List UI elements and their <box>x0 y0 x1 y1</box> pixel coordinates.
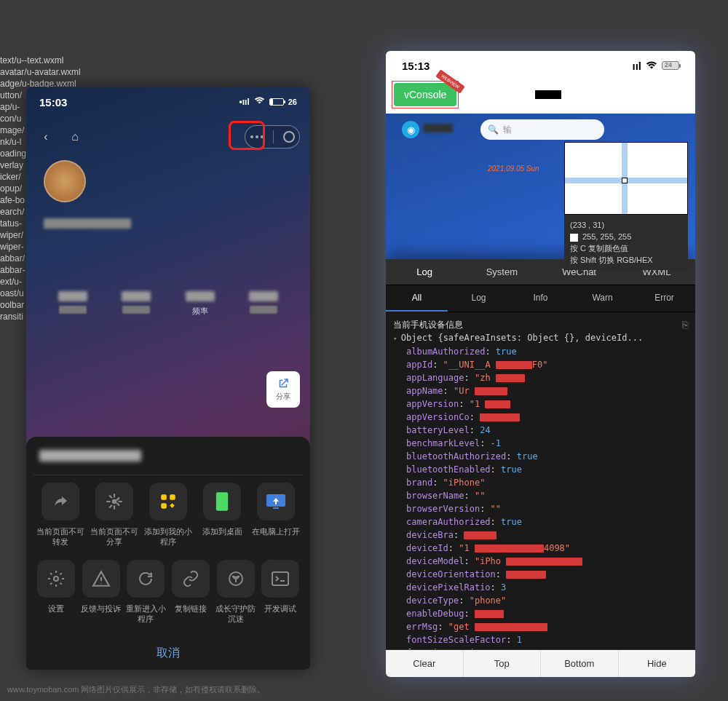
action-feedback[interactable]: 反馈与投诉 <box>80 560 122 624</box>
subtab-all[interactable]: All <box>386 285 448 312</box>
log-prop: browserName: "" <box>393 489 688 502</box>
vconsole-button-wrap: vConsole WEBVIEW <box>392 81 459 108</box>
action-open-pc[interactable]: 在电脑上打开 <box>250 483 301 547</box>
search-icon: 🔍 <box>488 124 499 135</box>
share-icon <box>41 483 79 520</box>
log-prop: enableDebug: <box>393 607 688 620</box>
svg-rect-9 <box>272 572 288 585</box>
log-prop: deviceModel: "iPho <box>393 555 688 568</box>
vconsole-button[interactable]: vConsole <box>394 83 456 106</box>
svg-rect-3 <box>161 503 167 509</box>
sheet-title-blur <box>39 450 141 462</box>
log-prop: browserVersion: "" <box>393 502 688 515</box>
subtab-warn[interactable]: Warn <box>571 285 633 312</box>
battery-icon: 24 <box>662 61 679 70</box>
picker-rgb: 255, 255, 255 <box>582 232 631 241</box>
log-prop: appId: "__UNI__A F0" <box>393 358 688 371</box>
log-prop: appVersion: "1 <box>393 397 688 411</box>
svg-rect-1 <box>161 494 167 500</box>
close-ring-icon <box>283 131 295 143</box>
statusbar-left: 15:03 •ııl 26 <box>26 87 310 116</box>
moments-icon <box>95 483 133 520</box>
action-moments[interactable]: 当前页面不可分享 <box>89 483 140 547</box>
share-card[interactable]: 分享 <box>266 371 300 408</box>
log-prop: fontSizeScaleFactor: 1 <box>393 633 688 646</box>
action-add-desktop[interactable]: 添加到桌面 <box>197 483 248 547</box>
log-prop: bluetoothAuthorized: true <box>393 450 688 463</box>
hide-button[interactable]: Hide <box>619 650 696 677</box>
log-prop: cameraAuthorized: true <box>393 515 688 528</box>
action-reload[interactable]: 重新进入小程序 <box>124 560 167 624</box>
signal-icon: •ııl <box>240 97 250 107</box>
clear-button[interactable]: Clear <box>386 650 464 677</box>
action-add-miniprogram[interactable]: 添加到我的小程序 <box>143 483 194 547</box>
action-row-1: 当前页面不可转发 当前页面不可分享 添加到我的小程序 添加到桌面 在电脑上打开 <box>33 483 303 547</box>
log-prop: deviceId: "1 4098" <box>393 542 688 555</box>
action-settings[interactable]: 设置 <box>35 560 77 624</box>
tab-system[interactable]: System <box>463 259 540 285</box>
phone-icon <box>203 483 241 520</box>
color-swatch <box>570 234 578 242</box>
top-nav: ‹ ⌂ <box>26 119 310 154</box>
subtab-log[interactable]: Log <box>448 285 510 312</box>
subtab-info[interactable]: Info <box>510 285 571 312</box>
bottom-button[interactable]: Bottom <box>541 650 619 677</box>
svg-rect-6 <box>273 507 279 509</box>
time-label: 15:13 <box>402 60 430 72</box>
log-prop: appVersionCo: <box>393 411 688 424</box>
action-dev-debug[interactable]: 开发调试 <box>259 560 301 624</box>
log-prop: bluetoothEnabled: true <box>393 463 688 476</box>
subtab-error[interactable]: Error <box>633 285 695 312</box>
log-prop: devicePixelRatio: 3 <box>393 581 688 594</box>
log-level-tabs: All Log Info Warn Error <box>386 285 695 312</box>
action-forward[interactable]: 当前页面不可转发 <box>35 483 86 547</box>
reload-icon <box>127 560 165 598</box>
action-sheet: 当前页面不可转发 当前页面不可分享 添加到我的小程序 添加到桌面 在电脑上打开 … <box>26 437 310 670</box>
wifi-icon <box>646 60 657 72</box>
tab-log[interactable]: Log <box>386 259 463 285</box>
log-area[interactable]: 当前手机设备信息⎘ Object {safeAreaInsets: Object… <box>386 312 695 649</box>
back-icon[interactable]: ‹ <box>36 127 55 146</box>
svg-rect-4 <box>216 492 228 511</box>
warn-icon <box>82 560 120 598</box>
action-copy-link[interactable]: 复制链接 <box>170 560 212 624</box>
svg-point-7 <box>54 577 58 581</box>
battery-pct: 26 <box>288 98 297 106</box>
picker-coords: (233 , 31) <box>570 219 682 231</box>
svg-rect-2 <box>170 494 175 500</box>
log-prop: appLanguage: "zh <box>393 371 688 384</box>
home-icon[interactable]: ⌂ <box>66 127 84 146</box>
log-prop: appName: "Ur <box>393 384 688 397</box>
watermark: www.toymoban.com 网络图片仅供展示，非存储，如有侵权请联系删除。 <box>7 684 265 695</box>
log-prop: brand: "iPhone" <box>393 476 688 489</box>
gear-icon <box>37 560 75 598</box>
link-icon <box>172 560 210 598</box>
blurred-name <box>44 218 131 229</box>
terminal-icon <box>261 560 299 598</box>
vconsole-panel: Log System WeChat WXML All Log Info Warn… <box>386 259 695 677</box>
statusbar-right: 15:13 ııl 24 <box>386 51 695 80</box>
object-header[interactable]: Object {safeAreaInsets: Object {}, devic… <box>393 331 688 345</box>
grid-icon <box>149 483 187 520</box>
picker-canvas[interactable] <box>564 142 688 215</box>
log-prop: benchmarkLevel: -1 <box>393 437 688 450</box>
copy-icon[interactable]: ⎘ <box>682 318 688 331</box>
vconsole-footer: Clear Top Bottom Hide <box>386 649 695 677</box>
search-input[interactable]: 🔍 输 <box>480 119 604 140</box>
log-prop: deviceBra: <box>393 528 688 542</box>
location-icon[interactable]: ◉ <box>402 121 419 138</box>
battery-icon <box>269 98 284 106</box>
picker-hint2: 按 Shift 切换 RGB/HEX <box>570 254 682 266</box>
crosshair-icon <box>622 178 628 183</box>
color-picker: (233 , 31) 255, 255, 255 按 C 复制颜色值 按 Shi… <box>564 142 688 270</box>
action-row-2: 设置 反馈与投诉 重新进入小程序 复制链接 成长守护防沉迷 开发调试 <box>33 560 303 624</box>
signal-icon: ııl <box>632 60 641 72</box>
avatar[interactable] <box>44 160 86 202</box>
blurred-text <box>535 90 561 99</box>
action-guardian[interactable]: 成长守护防沉迷 <box>215 560 257 624</box>
cancel-button[interactable]: 取消 <box>33 640 303 667</box>
phone-left: 15:03 •ııl 26 ‹ ⌂ 频率 <box>26 87 310 670</box>
phone-right: 15:13 ııl 24 vConsole WEBVIEW ◉ 🔍 输 2021… <box>386 51 695 677</box>
time-label: 15:03 <box>39 96 67 108</box>
top-button[interactable]: Top <box>464 650 542 677</box>
